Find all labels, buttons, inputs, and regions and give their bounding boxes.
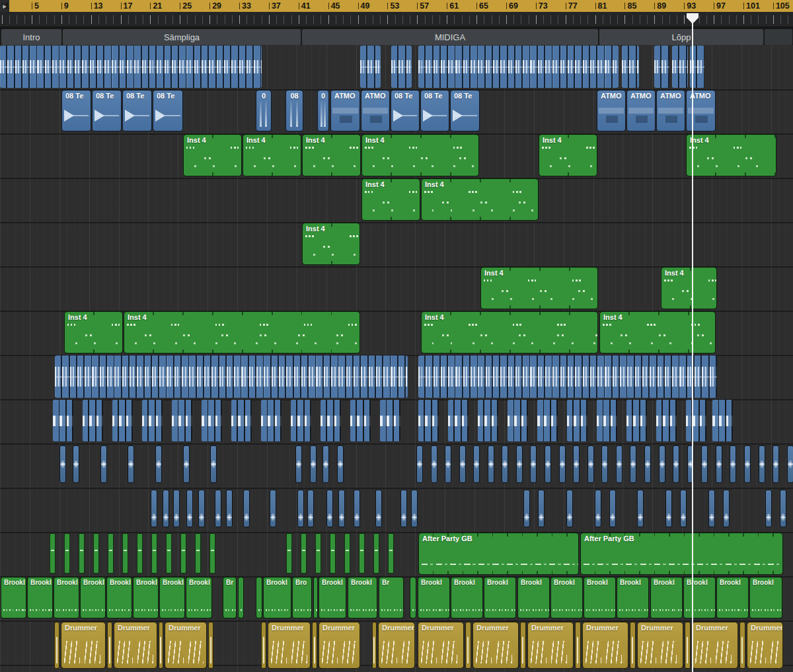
audio-region[interactable]: ATMO xyxy=(361,90,390,131)
audio-region[interactable] xyxy=(261,400,282,441)
midi-region[interactable]: Brookl xyxy=(133,577,159,618)
midi-region[interactable]: Brookl xyxy=(27,577,53,618)
audio-region[interactable]: 0 xyxy=(317,90,329,131)
midi-region[interactable] xyxy=(209,533,215,574)
audio-region[interactable] xyxy=(418,400,439,441)
audio-region[interactable] xyxy=(360,46,381,88)
audio-region[interactable] xyxy=(0,46,262,88)
drummer-region[interactable] xyxy=(685,622,691,669)
drummer-region[interactable]: Drummer xyxy=(114,622,157,669)
audio-region[interactable]: 08 Te xyxy=(391,90,420,131)
midi-region[interactable]: Brookl xyxy=(517,577,550,618)
drummer-region[interactable] xyxy=(312,622,317,669)
audio-region[interactable] xyxy=(656,400,677,441)
audio-region[interactable] xyxy=(326,490,333,527)
audio-region[interactable] xyxy=(215,490,221,527)
drummer-region[interactable] xyxy=(575,622,581,669)
audio-region[interactable] xyxy=(172,400,192,441)
audio-region[interactable]: 08 Te xyxy=(153,90,183,131)
audio-region[interactable] xyxy=(530,445,537,483)
audio-region[interactable] xyxy=(321,400,341,441)
audio-region[interactable] xyxy=(400,490,407,527)
audio-region[interactable] xyxy=(478,400,498,441)
midi-region[interactable]: Inst 4 xyxy=(661,267,717,309)
midi-region[interactable]: Inst 4 xyxy=(361,134,479,176)
drummer-region[interactable] xyxy=(54,622,59,669)
midi-region[interactable] xyxy=(238,577,244,618)
audio-region[interactable] xyxy=(226,490,233,527)
audio-region[interactable] xyxy=(445,445,451,483)
audio-region[interactable] xyxy=(173,490,180,527)
midi-region[interactable] xyxy=(122,533,128,574)
audio-region[interactable]: 08 Te xyxy=(122,90,152,131)
audio-region[interactable] xyxy=(112,400,133,441)
audio-region[interactable] xyxy=(338,490,345,527)
audio-region[interactable] xyxy=(659,445,665,483)
audio-region[interactable] xyxy=(686,400,706,441)
audio-region[interactable]: 08 Te xyxy=(92,90,122,131)
drummer-region[interactable]: Drummer xyxy=(747,622,783,669)
audio-region[interactable] xyxy=(459,445,466,483)
audio-region[interactable] xyxy=(488,445,494,483)
midi-region[interactable]: Brookl xyxy=(348,577,377,618)
audio-region[interactable] xyxy=(210,445,217,483)
midi-region[interactable]: Inst 4 xyxy=(480,267,598,309)
midi-region[interactable]: Brookl xyxy=(749,577,782,618)
audio-region[interactable] xyxy=(559,445,566,483)
midi-region[interactable]: Br xyxy=(379,577,404,618)
audio-region[interactable] xyxy=(186,490,193,527)
audio-region[interactable] xyxy=(198,490,205,527)
drummer-region[interactable]: Drummer xyxy=(61,622,106,669)
audio-region[interactable] xyxy=(243,490,250,527)
midi-region[interactable]: Brookl xyxy=(650,577,683,618)
midi-region[interactable] xyxy=(50,533,56,574)
drummer-region[interactable]: Drummer xyxy=(418,622,464,669)
midi-region[interactable]: Brookl xyxy=(263,577,291,618)
midi-region[interactable]: Inst 4 xyxy=(302,134,361,176)
audio-region[interactable] xyxy=(202,400,222,441)
audio-region[interactable]: ATMO xyxy=(626,90,656,131)
audio-region[interactable] xyxy=(712,400,733,441)
audio-region[interactable] xyxy=(773,445,779,483)
audio-region[interactable] xyxy=(673,445,679,483)
audio-region[interactable] xyxy=(53,400,73,441)
audio-region[interactable] xyxy=(537,400,558,441)
audio-region[interactable] xyxy=(416,445,423,483)
audio-region[interactable]: ATMO xyxy=(656,90,685,131)
audio-region[interactable] xyxy=(155,445,162,483)
audio-region[interactable] xyxy=(654,46,669,88)
midi-region[interactable]: Brookl xyxy=(451,577,483,618)
audio-region[interactable] xyxy=(502,445,508,483)
midi-region[interactable]: Inst 4 xyxy=(421,178,539,221)
midi-region[interactable] xyxy=(137,533,143,574)
drummer-region[interactable] xyxy=(520,622,526,669)
midi-region[interactable]: Brookl xyxy=(106,577,132,618)
audio-region[interactable] xyxy=(587,445,594,483)
bar-ruler[interactable]: ▸ 15913172125293337414549535761656973778… xyxy=(0,0,793,12)
drummer-region[interactable] xyxy=(107,622,112,669)
audio-region[interactable] xyxy=(380,400,400,441)
audio-region[interactable] xyxy=(297,490,304,527)
drummer-region[interactable]: Drummer xyxy=(319,622,360,669)
audio-region[interactable] xyxy=(708,490,715,527)
audio-region[interactable] xyxy=(601,445,608,483)
audio-region[interactable] xyxy=(391,46,412,88)
drummer-region[interactable] xyxy=(261,622,266,669)
audio-region[interactable]: ATMO xyxy=(686,90,716,131)
audio-region[interactable] xyxy=(83,400,103,441)
audio-region[interactable] xyxy=(716,445,722,483)
audio-region[interactable]: ATMO xyxy=(330,90,360,131)
audio-region[interactable] xyxy=(680,490,687,527)
midi-region[interactable]: Brookl xyxy=(683,577,716,618)
audio-region[interactable] xyxy=(151,490,157,527)
arrangement-marker[interactable]: Intro xyxy=(1,29,61,45)
audio-region[interactable] xyxy=(573,445,580,483)
audio-region[interactable] xyxy=(59,445,66,483)
audio-region[interactable] xyxy=(672,46,688,88)
arrangement-marker[interactable] xyxy=(765,29,792,45)
midi-region[interactable]: Inst 4 xyxy=(599,311,716,354)
audio-region[interactable]: ATMO xyxy=(597,90,626,131)
midi-region[interactable] xyxy=(315,533,321,574)
audio-region[interactable] xyxy=(270,490,276,527)
drummer-region[interactable]: Drummer xyxy=(268,622,311,669)
